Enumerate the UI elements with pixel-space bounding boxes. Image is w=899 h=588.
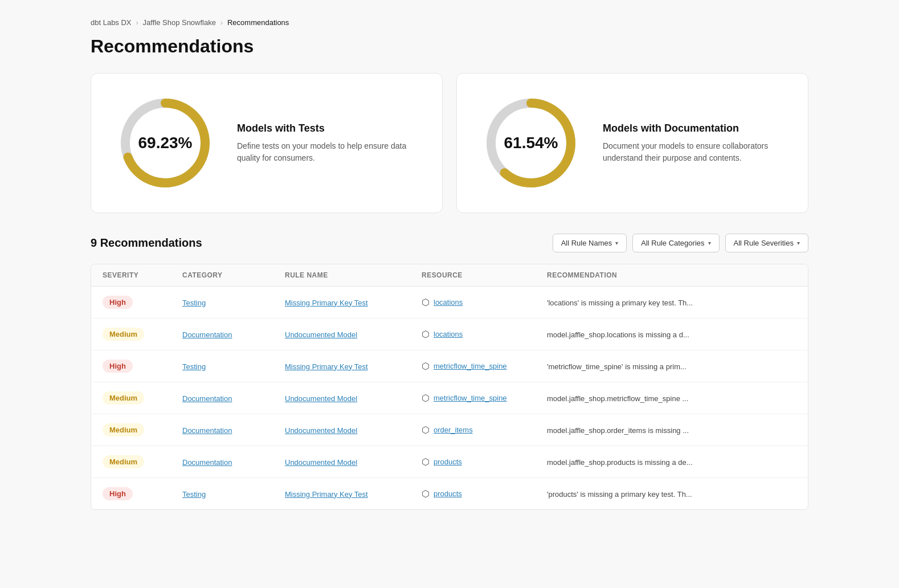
gauge-desc-docs: Document your models to ensure collabora… <box>603 140 785 164</box>
severity-badge: High <box>103 487 133 500</box>
chevron-down-icon-3: ▾ <box>797 240 800 246</box>
severity-badge: High <box>103 296 133 309</box>
cell-resource-4: ⬡ order_items <box>422 424 547 435</box>
cell-category-1: Documentation <box>182 330 285 339</box>
rec-text: model.jaffle_shop.products is missing a … <box>547 458 693 467</box>
cell-rule-2: Missing Primary Key Test <box>285 362 422 371</box>
col-header-severity: Severity <box>103 271 182 279</box>
table-row: Medium Documentation Undocumented Model … <box>91 382 808 414</box>
cell-severity-2: High <box>103 360 182 373</box>
col-header-rule-name: Rule Name <box>285 271 422 279</box>
rule-link[interactable]: Missing Primary Key Test <box>285 490 368 499</box>
resource-link[interactable]: metricflow_time_spine <box>434 394 507 402</box>
cell-severity-3: Medium <box>103 391 182 405</box>
category-link[interactable]: Documentation <box>182 394 232 403</box>
gauge-chart-tests: 69.23% <box>114 92 216 194</box>
cube-icon: ⬡ <box>422 297 430 308</box>
cell-severity-5: Medium <box>103 455 182 468</box>
cube-icon: ⬡ <box>422 329 430 340</box>
resource-link[interactable]: metricflow_time_spine <box>434 362 507 370</box>
resource-link[interactable]: locations <box>434 298 463 307</box>
cell-rec-2: 'metricflow_time_spine' is missing a pri… <box>547 362 796 371</box>
resource-link[interactable]: order_items <box>434 426 473 434</box>
gauge-chart-docs: 61.54% <box>480 92 582 194</box>
cell-rule-5: Undocumented Model <box>285 458 422 467</box>
breadcrumb-link-jaffle[interactable]: Jaffle Shop Snowflake <box>143 18 216 27</box>
resource-link[interactable]: products <box>434 489 462 498</box>
filter-rule-severities-label: All Rule Severities <box>734 239 794 247</box>
resource-link[interactable]: products <box>434 458 462 466</box>
col-header-category: Category <box>182 271 285 279</box>
category-link[interactable]: Testing <box>182 362 206 371</box>
rec-count: 9 Recommendations <box>91 236 202 250</box>
cell-rec-1: model.jaffle_shop.locations is missing a… <box>547 330 796 339</box>
rule-link[interactable]: Missing Primary Key Test <box>285 362 368 371</box>
category-link[interactable]: Testing <box>182 299 206 307</box>
filter-row: All Rule Names ▾ All Rule Categories ▾ A… <box>553 234 808 252</box>
table-body: High Testing Missing Primary Key Test ⬡ … <box>91 287 808 509</box>
cell-category-3: Documentation <box>182 394 285 403</box>
cell-rec-3: model.jaffle_shop.metricflow_time_spine … <box>547 394 796 403</box>
category-link[interactable]: Documentation <box>182 330 232 339</box>
table-row: High Testing Missing Primary Key Test ⬡ … <box>91 478 808 509</box>
cell-rec-0: 'locations' is missing a primary key tes… <box>547 298 796 307</box>
rec-text: model.jaffle_shop.locations is missing a… <box>547 330 689 339</box>
cell-severity-6: High <box>103 487 182 500</box>
cube-icon: ⬡ <box>422 424 430 435</box>
filter-rule-names-label: All Rule Names <box>561 239 612 247</box>
cell-resource-6: ⬡ products <box>422 488 547 499</box>
cell-resource-5: ⬡ products <box>422 456 547 467</box>
cell-rec-4: model.jaffle_shop.order_items is missing… <box>547 426 796 435</box>
filter-rule-categories[interactable]: All Rule Categories ▾ <box>632 234 719 252</box>
rec-text: 'metricflow_time_spine' is missing a pri… <box>547 362 686 371</box>
severity-badge: Medium <box>103 455 144 468</box>
rule-link[interactable]: Undocumented Model <box>285 394 357 403</box>
cell-rule-1: Undocumented Model <box>285 330 422 339</box>
gauge-title-tests: Models with Tests <box>237 122 419 134</box>
gauge-card-tests: 69.23% Models with Tests Define tests on… <box>91 73 443 213</box>
gauge-label-tests: 69.23% <box>138 134 193 152</box>
category-link[interactable]: Documentation <box>182 458 232 467</box>
category-link[interactable]: Documentation <box>182 426 232 435</box>
severity-badge: Medium <box>103 423 144 436</box>
rule-link[interactable]: Undocumented Model <box>285 458 357 467</box>
severity-badge: Medium <box>103 328 144 341</box>
col-header-recommendation: Recommendation <box>547 271 796 279</box>
cell-resource-3: ⬡ metricflow_time_spine <box>422 393 547 403</box>
cube-icon: ⬡ <box>422 393 430 403</box>
cube-icon: ⬡ <box>422 488 430 499</box>
rec-table: Severity Category Rule Name Resource Rec… <box>91 264 808 510</box>
category-link[interactable]: Testing <box>182 490 206 499</box>
chevron-down-icon-1: ▾ <box>615 240 618 246</box>
cell-rule-0: Missing Primary Key Test <box>285 298 422 307</box>
col-header-resource: Resource <box>422 271 547 279</box>
cell-severity-0: High <box>103 296 182 309</box>
table-header: Severity Category Rule Name Resource Rec… <box>91 264 808 287</box>
rule-link[interactable]: Undocumented Model <box>285 330 357 339</box>
filter-rule-severities[interactable]: All Rule Severities ▾ <box>725 234 809 252</box>
cube-icon: ⬡ <box>422 361 430 371</box>
cell-rec-6: 'products' is missing a primary key test… <box>547 489 796 499</box>
breadcrumb: dbt Labs DX › Jaffle Shop Snowflake › Re… <box>91 18 808 27</box>
breadcrumb-sep-1: › <box>136 19 138 27</box>
severity-badge: Medium <box>103 391 144 405</box>
cube-icon: ⬡ <box>422 456 430 467</box>
table-row: Medium Documentation Undocumented Model … <box>91 446 808 478</box>
gauge-row: 69.23% Models with Tests Define tests on… <box>91 73 808 213</box>
cell-rule-4: Undocumented Model <box>285 426 422 435</box>
rule-link[interactable]: Missing Primary Key Test <box>285 299 368 307</box>
chevron-down-icon-2: ▾ <box>708 240 711 246</box>
table-row: Medium Documentation Undocumented Model … <box>91 414 808 446</box>
resource-link[interactable]: locations <box>434 330 463 338</box>
breadcrumb-current: Recommendations <box>227 18 289 27</box>
filter-rule-names[interactable]: All Rule Names ▾ <box>553 234 627 252</box>
cell-category-4: Documentation <box>182 426 285 435</box>
cell-category-0: Testing <box>182 298 285 307</box>
breadcrumb-link-dbt[interactable]: dbt Labs DX <box>91 18 132 27</box>
cell-resource-2: ⬡ metricflow_time_spine <box>422 361 547 371</box>
rec-text: model.jaffle_shop.order_items is missing… <box>547 426 689 435</box>
cell-severity-1: Medium <box>103 328 182 341</box>
rec-text: model.jaffle_shop.metricflow_time_spine … <box>547 394 688 403</box>
rec-text: 'locations' is missing a primary key tes… <box>547 299 693 307</box>
rule-link[interactable]: Undocumented Model <box>285 426 357 435</box>
